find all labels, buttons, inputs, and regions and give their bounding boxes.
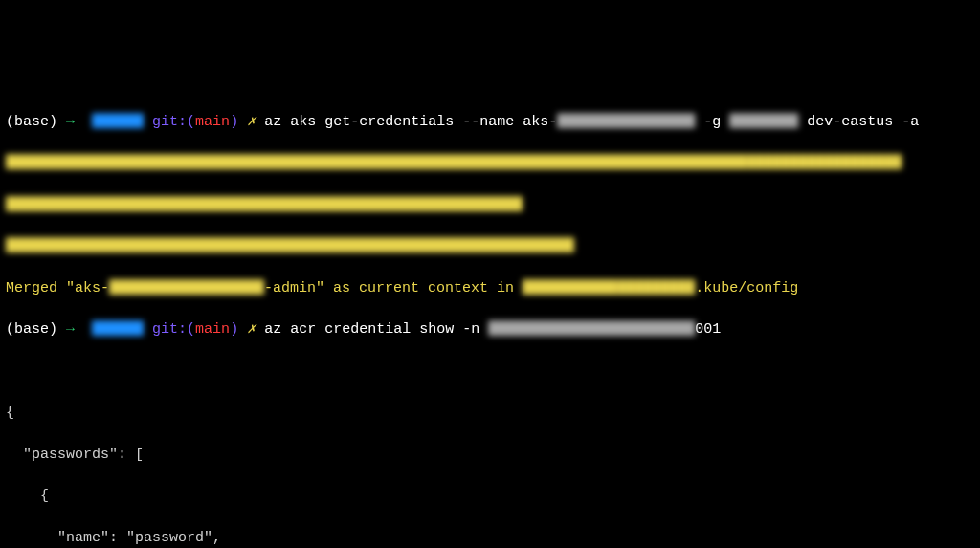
cwd-blur: ██████ [92,114,144,130]
env-base: (base) [6,114,57,130]
blank-line [6,362,974,383]
json-output: { [6,403,974,424]
cmd-text: az aks get-credentials --name aks- [264,114,557,130]
arg-blur: ████████████████ [557,114,695,130]
dirty-icon: ✗ [247,114,256,130]
prompt-line-2: (base) → ██████ git:(main) ✗ az acr cred… [6,319,974,340]
warning-line-3: ████████████████████████████████████████… [6,236,974,257]
prompt-line-1: (base) → ██████ git:(main) ✗ az aks get-… [6,112,974,133]
terminal-output[interactable]: (base) → ██████ git:(main) ✗ az aks get-… [6,91,974,548]
warning-line-2: ████████████████████████████████████████… [6,195,974,216]
git-prefix: git:( [152,114,195,130]
prompt-arrow-icon: → [66,114,75,130]
merged-line: Merged "aks-██████████████████-admin" as… [6,278,974,299]
git-suffix: ) [230,114,238,130]
warning-line-1: ████████████████████████████████████████… [6,153,974,174]
git-branch: main [195,114,230,130]
